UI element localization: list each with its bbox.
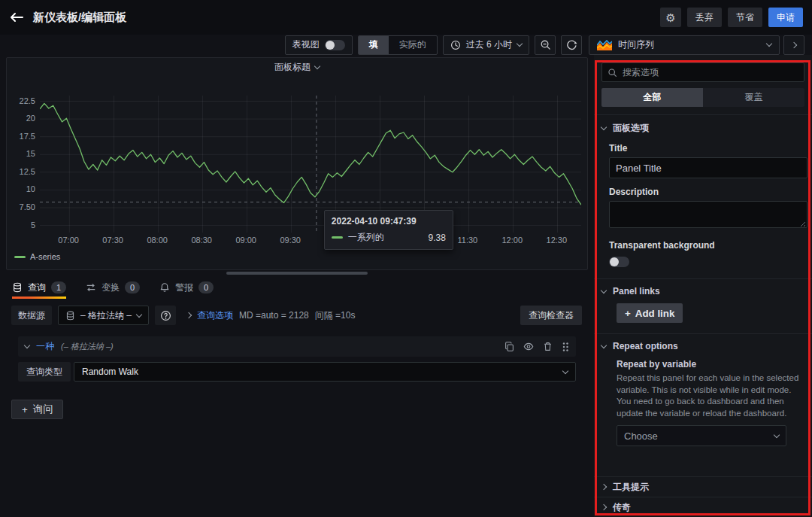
time-range-picker[interactable]: 过去 6 小时 [443,35,529,55]
repeat-variable-select[interactable]: Choose [617,425,786,446]
collapsed-section-label: 传奇 [613,501,631,514]
transform-count-badge: 0 [125,281,140,293]
panel-options-title: 面板选项 [613,122,649,135]
visualization-picker[interactable]: 时间序列 [589,35,780,55]
tooltip-series-value: 9.38 [429,233,446,243]
chart-svg [40,96,581,233]
repeat-options-title: Repeat options [613,341,678,351]
x-tick-label: 09:30 [280,236,301,245]
description-field-label: Description [609,187,804,197]
fill-actual-group: 填 实际的 [358,35,438,55]
query-row-header[interactable]: 一种 (– 格拉法纳 –) [18,336,576,357]
tooltip-series-swatch [332,236,343,239]
fill-option[interactable]: 填 [359,36,389,54]
toolbar: 表视图 填 实际的 过去 6 小时 [0,35,812,55]
query-card: 一种 (– 格拉法纳 –) [18,336,576,382]
x-tick-label: 08:30 [191,236,212,245]
add-link-button[interactable]: + Add link [617,303,683,323]
delete-query-button[interactable] [543,342,553,351]
collapsed-section-0[interactable]: 工具提示 [594,476,812,497]
panel-settings-button[interactable]: ⚙ [660,8,681,27]
disable-query-button[interactable] [523,342,534,351]
actual-option[interactable]: 实际的 [389,36,437,54]
database-icon [65,311,75,321]
chevron-down-icon [517,41,523,47]
query-type-select[interactable]: Random Walk [74,362,576,382]
description-textarea[interactable] [609,201,807,228]
query-inspector-button[interactable]: 查询检查器 [520,306,582,325]
save-button[interactable]: 节省 [728,8,762,27]
repeat-options-header[interactable]: Repeat options [601,341,804,351]
y-tick-label: 15 [26,149,35,158]
apply-button[interactable]: 申请 [768,8,803,27]
collapse-options-button[interactable] [783,35,804,55]
interval-text: 间隔 =10s [315,309,356,322]
panel-resize-handle [0,270,594,276]
collapsed-section-1[interactable]: 传奇 [594,497,812,517]
datasource-label: 数据源 [11,306,52,325]
table-view-toggle[interactable]: 表视图 [285,35,353,55]
tab-overrides[interactable]: 覆盖 [703,88,804,107]
transparent-bg-toggle[interactable] [609,257,629,267]
query-type-label: 查询类型 [18,362,71,382]
query-options-link[interactable]: 查询选项 [197,309,233,322]
chevron-down-icon [314,62,320,68]
tab-query[interactable]: 查询 1 [12,276,66,299]
chevron-down-icon [601,287,607,293]
x-tick-label: 12:30 [547,236,568,245]
bell-icon [159,282,170,293]
tab-alert[interactable]: 警报 0 [159,276,214,299]
section-repeat-options: Repeat options Repeat by variable Repeat… [594,333,812,476]
discard-button[interactable]: 丢弃 [687,8,722,27]
datasource-help-button[interactable] [155,306,176,325]
duplicate-query-button[interactable] [504,342,514,351]
section-panel-options: 面板选项 Title Description Transp [594,114,812,278]
max-data-points-text: MD =auto = 2128 [239,310,309,321]
chevron-right-icon [601,504,607,510]
options-search-input[interactable] [601,62,804,82]
datasource-select[interactable]: – 格拉法纳 – [58,306,149,325]
chevron-right-icon[interactable] [186,312,192,318]
x-tick-label: 07:30 [102,236,123,245]
query-name[interactable]: 一种 [36,340,54,353]
x-tick-label: 09:00 [235,236,256,245]
panel-links-header[interactable]: Panel links [601,286,804,297]
add-query-button[interactable]: + 询问 [11,400,63,419]
plot-area[interactable]: 2022-04-10 09:47:39 一系列的 9.38 [40,96,581,233]
x-tick-label: 12:00 [502,236,523,245]
query-datasource-text: (– 格拉法纳 –) [61,341,114,352]
datasource-value: – 格拉法纳 – [80,309,132,322]
panel-title-input[interactable] [609,157,807,178]
viz-picker-label: 时间序列 [618,38,654,51]
plus-icon: + [625,308,631,319]
refresh-button[interactable] [561,35,582,55]
chevron-right-icon [601,484,607,490]
options-filter-tabs: 全部 覆盖 [601,88,804,107]
transparent-bg-label: Transparent background [609,240,804,251]
drag-handle[interactable] [562,342,569,352]
legend-label[interactable]: A-series [30,252,60,261]
zoom-out-button[interactable] [535,35,556,55]
panel-options-header[interactable]: 面板选项 [601,122,804,135]
options-scroll: 面板选项 Title Description Transp [594,114,812,517]
section-panel-links: Panel links + Add link [594,278,812,333]
options-pane: 全部 覆盖 面板选项 Title Description [594,55,812,517]
x-tick-label: 11:30 [457,236,477,245]
tooltip-series-name: 一系列的 [348,231,384,244]
panel-links-title: Panel links [613,286,660,297]
panel-title-menu[interactable]: 面板标题 [7,58,587,76]
query-count-badge: 1 [51,281,66,293]
copy-icon [504,342,514,351]
tab-all[interactable]: 全部 [601,88,703,107]
y-tick-label: 17.5 [20,132,35,141]
tab-alert-label: 警报 [175,281,193,294]
tab-transform[interactable]: 变换 0 [86,276,140,299]
y-tick-label: 20 [26,114,35,123]
timeseries-viz-icon [597,40,612,50]
resize-grip[interactable] [226,272,368,275]
zoom-out-icon [540,39,551,50]
repeat-by-variable-label: Repeat by variable [617,359,804,370]
back-button[interactable] [9,11,24,23]
table-view-switch[interactable] [325,40,345,50]
tooltip-time: 2022-04-10 09:47:39 [332,216,446,227]
